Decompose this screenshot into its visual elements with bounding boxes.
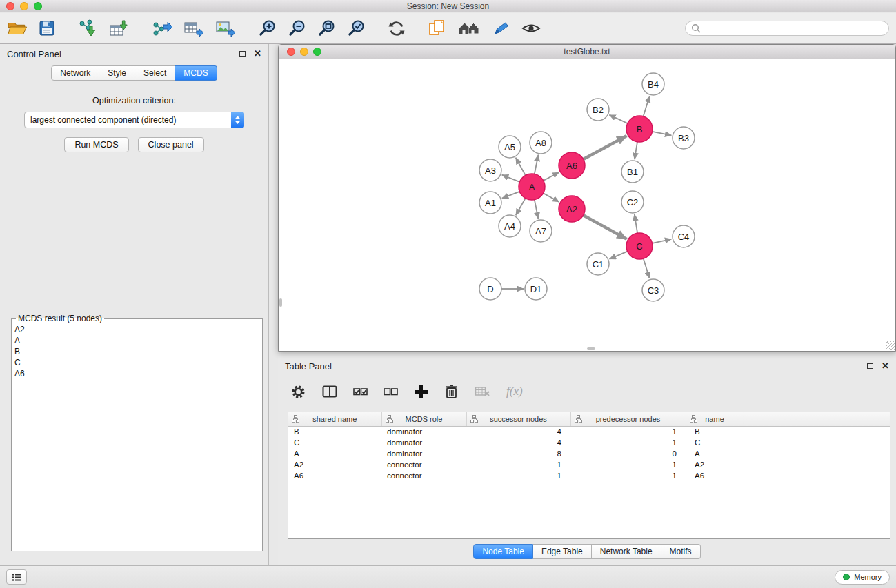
horizontal-scrollbar[interactable]: [587, 347, 595, 350]
tab-select[interactable]: Select: [135, 65, 175, 81]
table-row[interactable]: Cdominator41C: [288, 437, 890, 448]
graph-node-B3[interactable]: B3: [673, 127, 695, 149]
edge-A-A1[interactable]: [502, 192, 520, 199]
table-tab-motifs[interactable]: Motifs: [661, 544, 701, 559]
graph-node-B2[interactable]: B2: [587, 99, 609, 121]
edge-C-C4[interactable]: [653, 239, 672, 243]
column-header-successor-nodes[interactable]: successor nodes: [466, 412, 570, 426]
network-minimize-button[interactable]: [300, 48, 308, 56]
column-header-predecessor-nodes[interactable]: predecessor nodes: [570, 412, 686, 426]
deselect-all-icon[interactable]: [384, 388, 398, 396]
import-network-icon[interactable]: [77, 19, 98, 37]
fx-icon[interactable]: f(x): [506, 385, 523, 398]
table-tab-network-table[interactable]: Network Table: [592, 544, 661, 559]
edge-A6-B[interactable]: [584, 136, 627, 159]
mcds-result-item[interactable]: A2: [14, 324, 259, 335]
column-header-name[interactable]: name: [686, 412, 744, 426]
run-mcds-button[interactable]: Run MCDS: [64, 137, 128, 152]
minimize-window-button[interactable]: [20, 2, 28, 10]
duplicate-network-icon[interactable]: [428, 19, 447, 37]
cell-successor-nodes[interactable]: 1: [466, 459, 570, 470]
cell-MCDS-role[interactable]: dominator: [381, 426, 466, 437]
network-close-button[interactable]: [287, 48, 295, 56]
graph-node-A6[interactable]: A6: [559, 152, 585, 179]
criterion-dropdown[interactable]: largest connected component (directed): [24, 112, 244, 128]
cell-shared-name[interactable]: C: [288, 437, 381, 448]
edge-C-C3[interactable]: [644, 258, 650, 278]
close-window-button[interactable]: [6, 2, 14, 10]
network-canvas[interactable]: B4B2BB3A5A8A6B1A3AC2A1A2A4A7C4CC1C3DD1: [279, 60, 895, 351]
table-tab-edge-table[interactable]: Edge Table: [533, 544, 592, 559]
table-row[interactable]: Adominator80A: [288, 448, 890, 459]
select-all-icon[interactable]: [353, 388, 368, 396]
zoom-out-icon[interactable]: [288, 19, 306, 37]
table-row[interactable]: Bdominator41B: [288, 426, 890, 437]
cell-predecessor-nodes[interactable]: 0: [570, 448, 686, 459]
cell-shared-name[interactable]: A6: [288, 470, 381, 481]
zoom-window-button[interactable]: [34, 2, 42, 10]
edge-C-C2[interactable]: [635, 214, 637, 233]
tab-network[interactable]: Network: [51, 65, 99, 81]
graph-node-B4[interactable]: B4: [642, 73, 664, 95]
cell-successor-nodes[interactable]: 4: [466, 426, 570, 437]
table-tab-node-table[interactable]: Node Table: [473, 544, 533, 559]
cell-name[interactable]: A: [686, 448, 744, 459]
delete-row-icon[interactable]: [444, 384, 459, 399]
home-icon[interactable]: [458, 20, 480, 37]
edge-A-A4[interactable]: [516, 199, 526, 216]
column-chooser-icon[interactable]: [322, 385, 337, 398]
graph-node-A4[interactable]: A4: [499, 215, 521, 237]
zoom-in-icon[interactable]: [258, 19, 277, 37]
graph-node-A3[interactable]: A3: [479, 159, 501, 181]
add-row-icon[interactable]: [414, 385, 428, 399]
cell-predecessor-nodes[interactable]: 1: [570, 426, 686, 437]
cell-successor-nodes[interactable]: 4: [466, 437, 570, 448]
cell-name[interactable]: A6: [686, 470, 744, 481]
vertical-scrollbar[interactable]: [279, 298, 282, 307]
cell-MCDS-role[interactable]: connector: [381, 459, 466, 470]
graph-node-B1[interactable]: B1: [621, 161, 644, 183]
tab-style[interactable]: Style: [99, 65, 135, 81]
edge-A-A2[interactable]: [544, 193, 559, 202]
show-panels-button[interactable]: [6, 569, 27, 585]
edge-A-A7[interactable]: [535, 200, 539, 219]
edge-A-A3[interactable]: [502, 175, 520, 182]
graph-node-B[interactable]: B: [626, 116, 653, 142]
cell-shared-name[interactable]: B: [288, 426, 381, 437]
graph-node-A5[interactable]: A5: [499, 136, 521, 158]
edge-B-B4[interactable]: [644, 96, 650, 116]
export-image-icon[interactable]: [215, 19, 236, 37]
cell-predecessor-nodes[interactable]: 1: [570, 437, 686, 448]
graph-node-A1[interactable]: A1: [479, 192, 501, 214]
graph-node-C4[interactable]: C4: [673, 225, 695, 247]
edge-A-A6[interactable]: [544, 172, 559, 181]
edge-B-B3[interactable]: [653, 132, 672, 136]
export-network-icon[interactable]: [152, 19, 172, 37]
graph-node-A7[interactable]: A7: [530, 220, 552, 242]
cell-predecessor-nodes[interactable]: 1: [570, 470, 686, 481]
float-table-panel-icon[interactable]: [867, 363, 873, 369]
cell-successor-nodes[interactable]: 1: [466, 470, 570, 481]
tab-mcds[interactable]: MCDS: [175, 65, 217, 81]
mcds-result-item[interactable]: B: [14, 346, 259, 357]
edge-A-A5[interactable]: [516, 158, 526, 176]
column-header-shared-name[interactable]: shared name: [288, 412, 381, 426]
mcds-result-item[interactable]: A6: [14, 368, 259, 379]
zoom-fit-icon[interactable]: [317, 19, 336, 37]
cell-successor-nodes[interactable]: 8: [466, 448, 570, 459]
edge-A-A8[interactable]: [535, 155, 539, 174]
zoom-selected-icon[interactable]: [347, 19, 366, 37]
edge-A2-C[interactable]: [584, 215, 627, 239]
edge-B-B2[interactable]: [609, 115, 628, 123]
open-file-icon[interactable]: [7, 20, 28, 37]
graph-node-A[interactable]: A: [519, 174, 545, 200]
edge-B-B1[interactable]: [635, 142, 637, 159]
close-panel-icon[interactable]: ✕: [254, 50, 261, 57]
mcds-result-item[interactable]: C: [14, 357, 259, 368]
graph-node-A2[interactable]: A2: [559, 196, 585, 222]
gear-icon[interactable]: [290, 384, 306, 400]
column-header-MCDS-role[interactable]: MCDS role: [381, 412, 466, 426]
graph-node-C1[interactable]: C1: [587, 253, 609, 275]
table-row[interactable]: A6connector11A6: [288, 470, 890, 481]
delete-table-icon[interactable]: [475, 385, 490, 398]
